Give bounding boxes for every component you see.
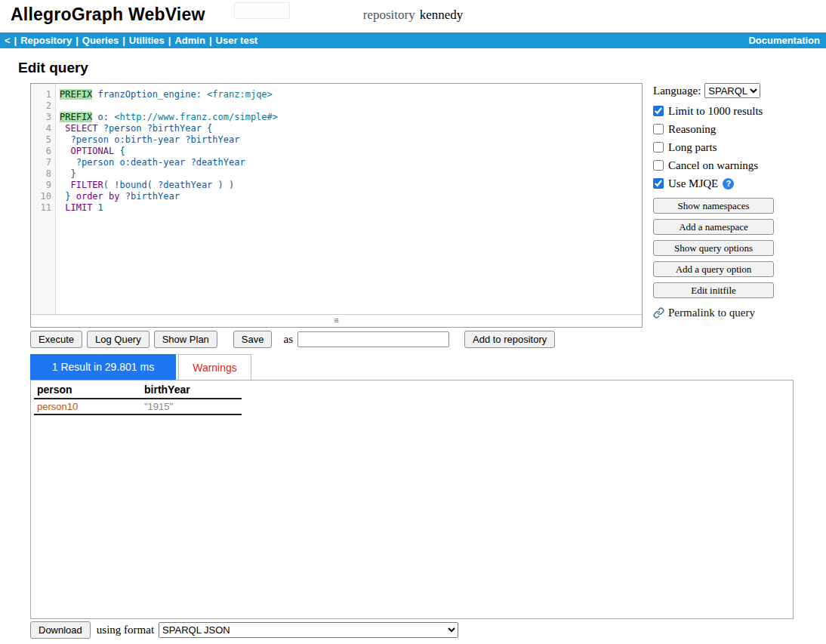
line-number: 9 <box>31 180 51 191</box>
link-icon <box>653 307 664 319</box>
execute-button[interactable]: Execute <box>30 331 82 348</box>
format-select[interactable]: SPARQL JSON <box>159 622 458 638</box>
show-query-options-button[interactable]: Show query options <box>653 240 774 256</box>
editor-area[interactable]: 1234567891011 PREFIX franzOption_engine:… <box>31 84 642 314</box>
nav-item-admin[interactable]: Admin <box>174 35 205 46</box>
show-namespaces-button[interactable]: Show namespaces <box>653 198 774 214</box>
option-label: Reasoning <box>668 123 716 135</box>
show-plan-button[interactable]: Show Plan <box>154 331 217 348</box>
code-line[interactable] <box>60 100 642 112</box>
line-number: 6 <box>31 146 51 157</box>
line-number: 1 <box>31 89 51 100</box>
option-buttons: Show namespacesAdd a namespaceShow query… <box>653 198 783 298</box>
option-row-limit-to-1000-results[interactable]: Limit to 1000 results <box>653 105 783 117</box>
language-label: Language: <box>653 85 701 97</box>
option-checkboxes: Limit to 1000 resultsReasoningLong parts… <box>653 105 783 190</box>
code-line[interactable]: ?person o:birth-year ?birthYear <box>60 134 642 146</box>
nav-item-repository[interactable]: Repository <box>20 35 72 46</box>
option-row-reasoning[interactable]: Reasoning <box>653 123 783 135</box>
table-header-row: personbirthYear <box>34 383 242 399</box>
code-line[interactable]: } order by ?birthYear <box>60 191 642 202</box>
nav-separator: | <box>209 35 212 46</box>
code-line[interactable]: OPTIONAL { <box>60 146 642 157</box>
results-tabs: 1 Result in 29.801 ms Warnings <box>30 354 251 380</box>
permalink-to-query[interactable]: Permalink to query <box>653 307 783 319</box>
tab-warnings[interactable]: Warnings <box>178 354 251 380</box>
action-row: Execute Log Query Show Plan Save as Add … <box>30 330 555 348</box>
language-row: Language: SPARQL <box>653 83 783 98</box>
repository-name: kennedy <box>420 8 464 22</box>
line-number: 7 <box>31 157 51 168</box>
option-label: Cancel on warnings <box>668 159 758 171</box>
code-line[interactable]: PREFIX o: <http://www.franz.com/simple#> <box>60 112 642 123</box>
results-table: personbirthYear person10"1915" <box>34 383 242 415</box>
save-as-label: as <box>283 333 293 346</box>
add-a-query-option-button[interactable]: Add a query option <box>653 261 774 277</box>
checkbox-long-parts[interactable] <box>653 142 664 153</box>
cell-birthyear: "1915" <box>141 399 242 414</box>
language-select[interactable]: SPARQL <box>704 83 760 98</box>
add-a-namespace-button[interactable]: Add a namespace <box>653 219 774 235</box>
line-number: 11 <box>31 202 51 214</box>
page: AllegroGraph WebView repositorykennedy <… <box>0 0 826 644</box>
line-number: 4 <box>31 123 51 134</box>
nav-documentation[interactable]: Documentation <box>748 32 820 48</box>
column-header-birthyear[interactable]: birthYear <box>141 383 242 399</box>
back-chevron[interactable]: < <box>5 35 11 46</box>
nav-separator: | <box>76 35 79 46</box>
code-area[interactable]: PREFIX franzOption_engine: <franz:mjqe> … <box>56 84 642 314</box>
help-icon[interactable]: ? <box>723 178 734 190</box>
option-label: Long parts <box>668 141 717 153</box>
nav-items: <|Repository|Queries|Utilities|Admin|Use… <box>5 32 257 48</box>
code-line[interactable]: ?person o:death-year ?deathYear <box>60 157 642 168</box>
permalink-label: Permalink to query <box>668 307 755 319</box>
checkbox-cancel-on-warnings[interactable] <box>653 160 664 171</box>
save-button[interactable]: Save <box>233 331 273 348</box>
checkbox-use-mjqe[interactable] <box>653 178 664 189</box>
repository-label: repository <box>363 8 415 22</box>
download-button[interactable]: Download <box>30 621 91 639</box>
code-line[interactable]: } <box>60 168 642 180</box>
editor-resize-handle[interactable]: ≡ <box>31 314 642 327</box>
resize-grip-icon: ≡ <box>334 316 338 325</box>
query-editor[interactable]: 1234567891011 PREFIX franzOption_engine:… <box>30 83 643 328</box>
line-number: 5 <box>31 134 51 146</box>
using-format-label: using format <box>97 624 154 636</box>
line-number: 10 <box>31 191 51 202</box>
option-row-use-mjqe[interactable]: Use MJQE? <box>653 177 783 190</box>
checkbox-limit-to-1000-results[interactable] <box>653 106 664 116</box>
option-label: Limit to 1000 results <box>668 105 763 117</box>
line-number: 2 <box>31 100 51 112</box>
option-row-long-parts[interactable]: Long parts <box>653 141 783 153</box>
nav-bar: <|Repository|Queries|Utilities|Admin|Use… <box>0 32 826 48</box>
repository-indicator: repositorykennedy <box>0 8 826 23</box>
code-line[interactable]: SELECT ?person ?birthYear { <box>60 123 642 134</box>
line-number: 3 <box>31 112 51 123</box>
nav-item-utilities[interactable]: Utilities <box>129 35 165 46</box>
nav-separator: | <box>168 35 171 46</box>
query-options-panel: Language: SPARQL Limit to 1000 resultsRe… <box>653 83 783 319</box>
option-row-cancel-on-warnings[interactable]: Cancel on warnings <box>653 159 783 171</box>
download-row: Download using format SPARQL JSON <box>30 621 458 639</box>
option-label: Use MJQE <box>668 177 718 190</box>
cell-person[interactable]: person10 <box>34 399 141 414</box>
line-number: 8 <box>31 168 51 180</box>
log-query-button[interactable]: Log Query <box>87 331 149 348</box>
nav-separator: | <box>122 35 125 46</box>
save-name-input[interactable] <box>297 331 449 347</box>
tab-results[interactable]: 1 Result in 29.801 ms <box>30 354 176 380</box>
table-row: person10"1915" <box>34 399 242 414</box>
page-title: Edit query <box>18 60 88 76</box>
results-panel: personbirthYear person10"1915" <box>30 380 794 619</box>
nav-item-queries[interactable]: Queries <box>82 35 119 46</box>
edit-initfile-button[interactable]: Edit initfile <box>653 282 774 298</box>
nav-item-user-test[interactable]: User test <box>216 35 258 46</box>
add-to-repository-button[interactable]: Add to repository <box>464 331 555 348</box>
code-line[interactable]: LIMIT 1 <box>60 202 642 214</box>
line-number-gutter: 1234567891011 <box>31 84 56 314</box>
checkbox-reasoning[interactable] <box>653 124 664 134</box>
code-line[interactable]: PREFIX franzOption_engine: <franz:mjqe> <box>60 89 642 100</box>
column-header-person[interactable]: person <box>34 383 141 399</box>
code-line[interactable]: FILTER( !bound( ?deathYear ) ) <box>60 180 642 191</box>
header: AllegroGraph WebView repositorykennedy <box>0 0 826 32</box>
